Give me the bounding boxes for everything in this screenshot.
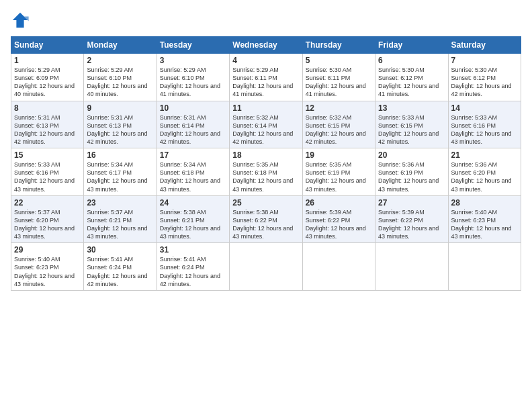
calendar-cell: 24Sunrise: 5:38 AMSunset: 6:21 PMDayligh… <box>157 195 229 243</box>
weekday-header-tuesday: Tuesday <box>157 37 229 54</box>
day-info: Sunrise: 5:38 AMSunset: 6:22 PMDaylight:… <box>232 208 299 241</box>
day-info: Sunrise: 5:29 AMSunset: 6:09 PMDaylight:… <box>14 66 81 99</box>
weekday-header-friday: Friday <box>375 37 448 54</box>
calendar-body: 1Sunrise: 5:29 AMSunset: 6:09 PMDaylight… <box>11 54 521 291</box>
calendar-week-5: 29Sunrise: 5:40 AMSunset: 6:23 PMDayligh… <box>11 243 521 291</box>
day-number: 21 <box>451 150 518 160</box>
day-info: Sunrise: 5:36 AMSunset: 6:20 PMDaylight:… <box>451 161 518 193</box>
logo <box>11 11 32 30</box>
day-info: Sunrise: 5:31 AMSunset: 6:14 PMDaylight:… <box>160 113 226 146</box>
calendar-week-2: 8Sunrise: 5:31 AMSunset: 6:13 PMDaylight… <box>11 101 521 148</box>
day-number: 7 <box>451 56 518 65</box>
day-number: 3 <box>160 56 226 65</box>
day-info: Sunrise: 5:32 AMSunset: 6:14 PMDaylight:… <box>232 113 299 146</box>
header <box>11 11 521 30</box>
day-number: 12 <box>306 103 372 113</box>
day-info: Sunrise: 5:34 AMSunset: 6:17 PMDaylight:… <box>87 161 153 193</box>
day-number: 24 <box>160 198 226 208</box>
weekday-header-wednesday: Wednesday <box>230 37 302 54</box>
day-info: Sunrise: 5:29 AMSunset: 6:10 PMDaylight:… <box>160 66 226 99</box>
day-info: Sunrise: 5:37 AMSunset: 6:20 PMDaylight:… <box>14 208 81 241</box>
day-info: Sunrise: 5:35 AMSunset: 6:19 PMDaylight:… <box>306 161 372 193</box>
calendar-cell: 26Sunrise: 5:39 AMSunset: 6:22 PMDayligh… <box>302 195 375 243</box>
calendar-cell: 1Sunrise: 5:29 AMSunset: 6:09 PMDaylight… <box>11 54 84 101</box>
weekday-header-row: SundayMondayTuesdayWednesdayThursdayFrid… <box>11 37 521 54</box>
calendar-week-4: 22Sunrise: 5:37 AMSunset: 6:20 PMDayligh… <box>11 195 521 243</box>
day-number: 17 <box>160 150 226 160</box>
day-number: 11 <box>232 103 299 113</box>
day-info: Sunrise: 5:40 AMSunset: 6:23 PMDaylight:… <box>451 208 518 241</box>
calendar-cell: 18Sunrise: 5:35 AMSunset: 6:18 PMDayligh… <box>230 148 302 196</box>
calendar-week-1: 1Sunrise: 5:29 AMSunset: 6:09 PMDaylight… <box>11 54 521 101</box>
svg-marker-0 <box>13 13 28 28</box>
day-number: 26 <box>306 198 372 208</box>
day-number: 29 <box>14 245 81 255</box>
calendar-cell <box>302 243 375 291</box>
day-info: Sunrise: 5:33 AMSunset: 6:16 PMDaylight:… <box>451 113 518 146</box>
day-number: 14 <box>451 103 518 113</box>
calendar-cell: 4Sunrise: 5:29 AMSunset: 6:11 PMDaylight… <box>230 54 302 101</box>
day-info: Sunrise: 5:34 AMSunset: 6:18 PMDaylight:… <box>160 161 226 193</box>
calendar-cell: 13Sunrise: 5:33 AMSunset: 6:15 PMDayligh… <box>375 101 448 148</box>
calendar-cell: 12Sunrise: 5:32 AMSunset: 6:15 PMDayligh… <box>302 101 375 148</box>
day-info: Sunrise: 5:37 AMSunset: 6:21 PMDaylight:… <box>87 208 153 241</box>
weekday-header-sunday: Sunday <box>11 37 84 54</box>
calendar-cell: 11Sunrise: 5:32 AMSunset: 6:14 PMDayligh… <box>230 101 302 148</box>
calendar-cell: 5Sunrise: 5:30 AMSunset: 6:11 PMDaylight… <box>302 54 375 101</box>
calendar-cell: 7Sunrise: 5:30 AMSunset: 6:12 PMDaylight… <box>448 54 521 101</box>
day-number: 4 <box>232 56 299 65</box>
calendar-cell: 3Sunrise: 5:29 AMSunset: 6:10 PMDaylight… <box>157 54 229 101</box>
day-number: 20 <box>378 150 445 160</box>
calendar-cell: 19Sunrise: 5:35 AMSunset: 6:19 PMDayligh… <box>302 148 375 196</box>
day-info: Sunrise: 5:35 AMSunset: 6:18 PMDaylight:… <box>232 161 299 193</box>
day-info: Sunrise: 5:29 AMSunset: 6:11 PMDaylight:… <box>232 66 299 99</box>
day-info: Sunrise: 5:30 AMSunset: 6:12 PMDaylight:… <box>451 66 518 99</box>
day-number: 19 <box>306 150 372 160</box>
calendar-header: SundayMondayTuesdayWednesdayThursdayFrid… <box>11 37 521 54</box>
day-number: 15 <box>14 150 81 160</box>
day-number: 5 <box>306 56 372 65</box>
day-number: 27 <box>378 198 445 208</box>
calendar-cell: 22Sunrise: 5:37 AMSunset: 6:20 PMDayligh… <box>11 195 84 243</box>
calendar-cell: 23Sunrise: 5:37 AMSunset: 6:21 PMDayligh… <box>84 195 157 243</box>
day-info: Sunrise: 5:30 AMSunset: 6:12 PMDaylight:… <box>378 66 445 99</box>
calendar-cell: 20Sunrise: 5:36 AMSunset: 6:19 PMDayligh… <box>375 148 448 196</box>
day-number: 6 <box>378 56 445 65</box>
calendar-cell: 6Sunrise: 5:30 AMSunset: 6:12 PMDaylight… <box>375 54 448 101</box>
day-info: Sunrise: 5:31 AMSunset: 6:13 PMDaylight:… <box>14 113 81 146</box>
calendar-cell <box>230 243 302 291</box>
calendar-cell: 31Sunrise: 5:41 AMSunset: 6:24 PMDayligh… <box>157 243 229 291</box>
calendar-cell: 30Sunrise: 5:41 AMSunset: 6:24 PMDayligh… <box>84 243 157 291</box>
day-info: Sunrise: 5:36 AMSunset: 6:19 PMDaylight:… <box>378 161 445 193</box>
day-info: Sunrise: 5:29 AMSunset: 6:10 PMDaylight:… <box>87 66 153 99</box>
day-number: 31 <box>160 245 226 255</box>
day-number: 1 <box>14 56 81 65</box>
weekday-header-monday: Monday <box>84 37 157 54</box>
day-info: Sunrise: 5:40 AMSunset: 6:23 PMDaylight:… <box>14 255 81 288</box>
day-info: Sunrise: 5:41 AMSunset: 6:24 PMDaylight:… <box>87 255 153 288</box>
day-info: Sunrise: 5:33 AMSunset: 6:16 PMDaylight:… <box>14 161 81 193</box>
day-number: 30 <box>87 245 153 255</box>
calendar-cell: 9Sunrise: 5:31 AMSunset: 6:13 PMDaylight… <box>84 101 157 148</box>
day-info: Sunrise: 5:31 AMSunset: 6:13 PMDaylight:… <box>87 113 153 146</box>
calendar-cell: 10Sunrise: 5:31 AMSunset: 6:14 PMDayligh… <box>157 101 229 148</box>
day-number: 28 <box>451 198 518 208</box>
day-number: 23 <box>87 198 153 208</box>
day-number: 13 <box>378 103 445 113</box>
calendar-cell: 25Sunrise: 5:38 AMSunset: 6:22 PMDayligh… <box>230 195 302 243</box>
weekday-header-saturday: Saturday <box>448 37 521 54</box>
day-number: 18 <box>232 150 299 160</box>
calendar-cell: 15Sunrise: 5:33 AMSunset: 6:16 PMDayligh… <box>11 148 84 196</box>
day-info: Sunrise: 5:32 AMSunset: 6:15 PMDaylight:… <box>306 113 372 146</box>
logo-icon <box>11 11 30 30</box>
calendar-table: SundayMondayTuesdayWednesdayThursdayFrid… <box>11 36 521 291</box>
day-number: 10 <box>160 103 226 113</box>
day-info: Sunrise: 5:39 AMSunset: 6:22 PMDaylight:… <box>378 208 445 241</box>
weekday-header-thursday: Thursday <box>302 37 375 54</box>
calendar-cell: 29Sunrise: 5:40 AMSunset: 6:23 PMDayligh… <box>11 243 84 291</box>
calendar-cell: 2Sunrise: 5:29 AMSunset: 6:10 PMDaylight… <box>84 54 157 101</box>
day-info: Sunrise: 5:33 AMSunset: 6:15 PMDaylight:… <box>378 113 445 146</box>
calendar-cell: 14Sunrise: 5:33 AMSunset: 6:16 PMDayligh… <box>448 101 521 148</box>
calendar-cell <box>448 243 521 291</box>
day-number: 25 <box>232 198 299 208</box>
